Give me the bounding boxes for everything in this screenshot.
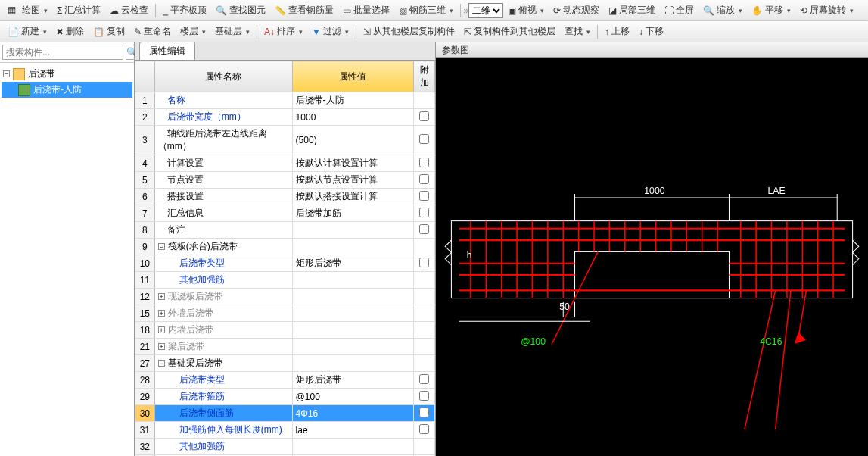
expand-icon[interactable]: + bbox=[158, 326, 165, 333]
property-row[interactable]: 27−基础梁后浇带 bbox=[135, 355, 435, 372]
prop-extra[interactable] bbox=[414, 172, 435, 189]
btn-baselayer[interactable]: 基础层 bbox=[210, 23, 254, 39]
btn-filter[interactable]: ▼ 过滤 bbox=[307, 23, 353, 39]
tool-fullscreen[interactable]: ⛶ 全屏 bbox=[660, 2, 698, 18]
extra-checkbox[interactable] bbox=[419, 374, 429, 384]
tab-properties[interactable]: 属性编辑 bbox=[139, 42, 195, 60]
property-row[interactable]: 15+外墙后浇带 bbox=[135, 305, 435, 322]
btn-copy-from-floor[interactable]: ⇲ 从其他楼层复制构件 bbox=[359, 23, 459, 39]
property-row[interactable]: 29后浇带箍筋@100 bbox=[135, 389, 435, 405]
prop-value[interactable]: 矩形后浇带 bbox=[292, 255, 414, 272]
extra-checkbox[interactable] bbox=[419, 158, 429, 167]
prop-extra[interactable] bbox=[414, 205, 435, 222]
tool-zoom[interactable]: 🔍 缩放 bbox=[698, 2, 747, 18]
prop-extra[interactable] bbox=[414, 272, 435, 289]
tool-topview[interactable]: ▣ 俯视 bbox=[503, 2, 549, 18]
property-row[interactable]: 32其他加强筋 bbox=[135, 439, 435, 455]
prop-extra[interactable] bbox=[414, 355, 435, 372]
prop-extra[interactable] bbox=[414, 255, 435, 272]
extra-checkbox[interactable] bbox=[419, 174, 429, 184]
btn-copy[interactable]: 📋 复制 bbox=[89, 23, 129, 39]
prop-value[interactable] bbox=[292, 239, 414, 255]
prop-value[interactable] bbox=[292, 339, 414, 355]
property-row[interactable]: 10后浇带类型矩形后浇带 bbox=[135, 255, 435, 272]
prop-extra[interactable] bbox=[414, 389, 435, 405]
property-row[interactable]: 8备注 bbox=[135, 222, 435, 239]
tool-sum[interactable]: Σ 汇总计算 bbox=[52, 2, 105, 18]
expand-icon[interactable]: + bbox=[158, 310, 165, 317]
property-row[interactable]: 1名称后浇带-人防 bbox=[135, 92, 435, 109]
prop-extra[interactable] bbox=[414, 189, 435, 205]
prop-value[interactable]: (500) bbox=[292, 126, 414, 155]
property-row[interactable]: 11其他加强筋 bbox=[135, 272, 435, 289]
tool-orbit[interactable]: ⟳ 动态观察 bbox=[549, 2, 604, 18]
prop-value[interactable] bbox=[292, 322, 414, 339]
tool-rotate[interactable]: ⟲ 屏幕旋转 bbox=[795, 2, 858, 18]
property-row[interactable]: 30后浇带侧面筋4Φ16 bbox=[135, 405, 435, 422]
tree-root[interactable]: − 后浇带 bbox=[2, 66, 132, 82]
prop-extra[interactable] bbox=[414, 339, 435, 355]
extra-checkbox[interactable] bbox=[419, 424, 429, 434]
prop-value[interactable]: lae bbox=[292, 422, 414, 439]
prop-extra[interactable] bbox=[414, 239, 435, 255]
collapse-icon[interactable]: − bbox=[158, 243, 165, 250]
expand-icon[interactable]: + bbox=[158, 293, 165, 300]
extra-checkbox[interactable] bbox=[419, 134, 429, 144]
btn-find[interactable]: 查找 bbox=[560, 23, 595, 39]
prop-extra[interactable] bbox=[414, 322, 435, 339]
property-row[interactable]: 12+现浇板后浇带 bbox=[135, 289, 435, 305]
tool-pan[interactable]: ✋ 平移 bbox=[747, 2, 795, 18]
property-row[interactable]: 9−筏板(承台)后浇带 bbox=[135, 239, 435, 255]
prop-value[interactable]: 后浇带-人防 bbox=[292, 92, 414, 109]
property-row[interactable]: 28后浇带类型矩形后浇带 bbox=[135, 372, 435, 389]
view-mode-select[interactable]: 二维 bbox=[468, 3, 503, 18]
prop-value[interactable]: 按默认计算设置计算 bbox=[292, 155, 414, 172]
diagram-canvas[interactable]: 1000 LAE h 50 @100 4C16 bbox=[436, 58, 868, 456]
btn-move-down[interactable]: ↓ 下移 bbox=[634, 23, 668, 39]
collapse-icon[interactable]: − bbox=[3, 70, 10, 77]
property-row[interactable]: 7汇总信息后浇带加筋 bbox=[135, 205, 435, 222]
btn-new[interactable]: 📄 新建 bbox=[3, 23, 51, 39]
prop-value[interactable]: 后浇带加筋 bbox=[292, 205, 414, 222]
collapse-icon[interactable]: − bbox=[158, 360, 165, 367]
property-row[interactable]: 5节点设置按默认节点设置计算 bbox=[135, 172, 435, 189]
tree-item-selected[interactable]: 后浇带-人防 bbox=[2, 82, 132, 98]
extra-checkbox[interactable] bbox=[419, 391, 429, 401]
prop-value[interactable]: @100 bbox=[292, 389, 414, 405]
tool-cloud[interactable]: ☁ 云检查 bbox=[105, 2, 153, 18]
prop-extra[interactable] bbox=[414, 439, 435, 455]
prop-value[interactable]: 按默认搭接设置计算 bbox=[292, 189, 414, 205]
prop-value[interactable] bbox=[292, 289, 414, 305]
property-row[interactable]: 31加强筋伸入每侧长度(mm)lae bbox=[135, 422, 435, 439]
tool-rebar3d[interactable]: ▧ 钢筋三维 bbox=[394, 2, 458, 18]
btn-copy-to-floor[interactable]: ⇱ 复制构件到其他楼层 bbox=[459, 23, 560, 39]
property-row[interactable]: 21+梁后浇带 bbox=[135, 339, 435, 355]
property-row[interactable]: 3轴线距后浇带左边线距离（mm）(500) bbox=[135, 126, 435, 155]
prop-value[interactable]: 按默认节点设置计算 bbox=[292, 172, 414, 189]
prop-value[interactable]: 矩形后浇带 bbox=[292, 372, 414, 389]
tool-rebar-qty[interactable]: 📏 查看钢筋量 bbox=[270, 2, 338, 18]
btn-floor[interactable]: 楼层 bbox=[176, 23, 210, 39]
prop-extra[interactable] bbox=[414, 372, 435, 389]
prop-value[interactable] bbox=[292, 272, 414, 289]
extra-checkbox[interactable] bbox=[419, 111, 429, 121]
tool-draw[interactable]: ▦绘图 bbox=[3, 2, 52, 18]
prop-value[interactable]: 4Φ16 bbox=[292, 405, 414, 422]
extra-checkbox[interactable] bbox=[419, 258, 429, 267]
tool-align[interactable]: ⎯ 平齐板顶 bbox=[158, 2, 211, 18]
btn-rename[interactable]: ✎ 重命名 bbox=[129, 23, 176, 39]
extra-checkbox[interactable] bbox=[419, 408, 429, 417]
property-row[interactable]: 4计算设置按默认计算设置计算 bbox=[135, 155, 435, 172]
search-input[interactable] bbox=[2, 45, 123, 60]
prop-value[interactable]: 1000 bbox=[292, 109, 414, 126]
property-row[interactable]: 2后浇带宽度（mm）1000 bbox=[135, 109, 435, 126]
prop-value[interactable] bbox=[292, 305, 414, 322]
prop-extra[interactable] bbox=[414, 126, 435, 155]
expand-icon[interactable]: + bbox=[158, 343, 165, 350]
btn-move-up[interactable]: ↑ 上移 bbox=[600, 23, 634, 39]
extra-checkbox[interactable] bbox=[419, 208, 429, 217]
btn-sort[interactable]: A↓ 排序 bbox=[260, 23, 307, 39]
prop-extra[interactable] bbox=[414, 222, 435, 239]
extra-checkbox[interactable] bbox=[419, 224, 429, 234]
tool-batch-select[interactable]: ▭ 批量选择 bbox=[338, 2, 394, 18]
